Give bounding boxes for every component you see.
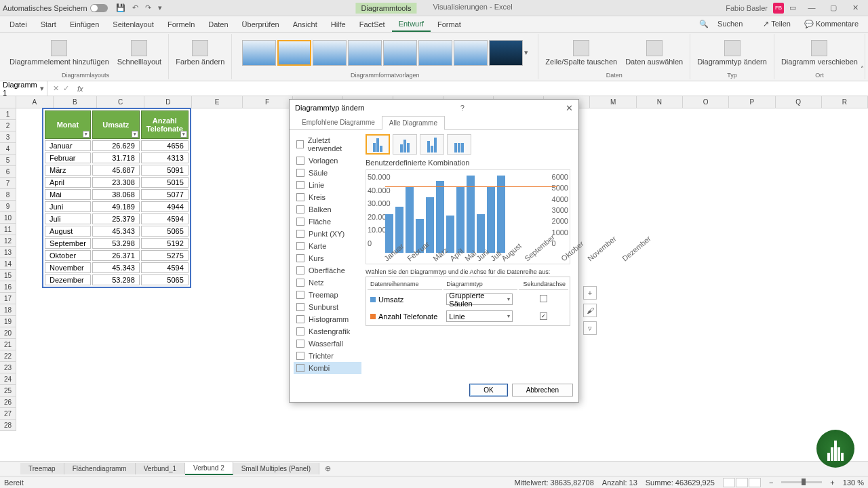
table-row[interactable]: November45.3434594 [45,262,189,273]
tab-all-charts[interactable]: Alle Diagramme [382,116,445,130]
chart-style-8[interactable] [489,40,523,66]
row-header-8[interactable]: 8 [0,189,16,201]
chart-styles-gallery[interactable]: ▾ [242,34,528,71]
zoom-in-icon[interactable]: + [830,479,834,487]
qat-more-icon[interactable]: ▾ [158,3,162,12]
search-menu[interactable]: 🔍 Suchen [692,17,756,31]
menu-formeln[interactable]: Formeln [161,18,201,31]
maximize-icon[interactable]: ▢ [823,3,844,12]
table-row[interactable]: Oktober26.3715275 [45,250,189,261]
row-header-12[interactable]: 12 [0,235,16,247]
sheet-tab-2[interactable]: Verbund_1 [136,463,185,474]
row-header-17[interactable]: 17 [0,293,16,304]
row-header-15[interactable]: 15 [0,270,16,281]
save-icon[interactable]: 💾 [116,3,125,12]
data-table[interactable]: Monat▾Umsatz▾Anzahl Telefonate▾Januar26.… [42,108,191,288]
move-chart-button[interactable]: Diagramm verschieben [778,39,861,67]
series2-type-select[interactable]: Linie▾ [446,310,513,322]
row-header-1[interactable]: 1 [0,108,16,120]
minimize-icon[interactable]: — [802,3,822,12]
row-header-18[interactable]: 18 [0,304,16,316]
row-header-13[interactable]: 13 [0,247,16,258]
subtype-1[interactable] [366,134,390,155]
menu-start[interactable]: Start [34,18,63,31]
category-treemap[interactable]: Treemap [294,289,361,301]
category-balken[interactable]: Balken [294,203,361,216]
row-header-4[interactable]: 4 [0,143,16,155]
row-header-10[interactable]: 10 [0,212,16,224]
row-header-26[interactable]: 26 [0,396,16,408]
menu-seitenlayout[interactable]: Seitenlayout [106,18,161,31]
category-sunburst[interactable]: Sunburst [294,301,361,313]
table-row[interactable]: Februar31.7184313 [45,152,189,163]
change-chart-type-button[interactable]: Diagrammtyp ändern [694,39,770,67]
chart-style-5[interactable] [383,40,417,66]
row-header-9[interactable]: 9 [0,201,16,212]
chart-styles-icon[interactable]: 🖌 [583,304,597,317]
ok-button[interactable]: OK [469,384,507,396]
chart-filter-icon[interactable]: ▿ [583,321,597,335]
table-row[interactable]: September53.2985192 [45,238,189,249]
quick-layout-button[interactable]: Schnelllayout [115,39,164,67]
autosave-toggle[interactable]: Automatisches Speichern [3,4,108,12]
zoom-level[interactable]: 130 % [843,479,864,487]
user-name[interactable]: Fabio Basler [726,4,768,12]
avatar[interactable]: FB [773,3,784,14]
chart-style-3[interactable] [313,40,347,66]
col-header-Q[interactable]: Q [776,96,822,108]
sheet-tab-4[interactable]: Small Multiples (Panel) [233,463,319,474]
collapse-ribbon-icon[interactable]: ˄ [861,65,864,73]
row-header-23[interactable]: 23 [0,362,16,373]
add-chart-element-button[interactable]: Diagrammelement hinzufügen [7,39,112,67]
col-header-E[interactable]: E [192,96,242,108]
col-header-D[interactable]: D [144,96,192,108]
table-row[interactable]: Mai38.0685077 [45,189,189,200]
category-karte[interactable]: Karte [294,240,361,252]
category-oberflche[interactable]: Oberfläche [294,264,361,277]
col-header-N[interactable]: N [637,96,683,108]
gallery-more-icon[interactable]: ▾ [524,48,528,57]
category-punktxy[interactable]: Punkt (XY) [294,228,361,240]
subtype-2[interactable] [393,134,417,155]
chart-style-6[interactable] [418,40,452,66]
col-header-M[interactable]: M [590,96,636,108]
menu-ansicht[interactable]: Ansicht [286,18,324,31]
row-header-28[interactable]: 28 [0,420,16,431]
category-sule[interactable]: Säule [294,167,361,179]
col-header-R[interactable]: R [822,96,868,108]
col-header-B[interactable]: B [54,96,97,108]
cancel-button[interactable]: Abbrechen [512,384,573,396]
ribbon-options-icon[interactable]: ▭ [789,3,796,12]
row-header-27[interactable]: 27 [0,408,16,420]
sheet-tab-1[interactable]: Flächendiagramm [64,463,136,474]
row-header-22[interactable]: 22 [0,350,16,362]
row-header-20[interactable]: 20 [0,327,16,339]
switch-row-col-button[interactable]: Zeile/Spalte tauschen [542,39,620,67]
name-box[interactable]: Diagramm 1▾ [0,81,47,96]
menu-entwurf[interactable]: Entwurf [392,17,431,32]
menu-hilfe[interactable]: Hilfe [324,18,353,31]
table-row[interactable]: März45.6875091 [45,165,189,176]
row-header-2[interactable]: 2 [0,120,16,131]
row-header-6[interactable]: 6 [0,166,16,178]
menu-datei[interactable]: Datei [3,18,34,31]
menu-comments[interactable]: 💬 Kommentare [797,17,865,31]
row-header-24[interactable]: 24 [0,373,16,385]
menu-share[interactable]: ↗ Teilen [756,17,797,31]
change-colors-button[interactable]: Farben ändern [173,39,227,67]
select-data-button[interactable]: Daten auswählen [623,39,686,67]
row-header-7[interactable]: 7 [0,178,16,189]
table-header[interactable]: Anzahl Telefonate▾ [141,110,189,139]
row-header-14[interactable]: 14 [0,258,16,270]
category-vorlagen[interactable]: Vorlagen [294,155,361,167]
series1-type-select[interactable]: Gruppierte Säulen▾ [446,293,513,305]
table-row[interactable]: April23.3085015 [45,177,189,188]
redo-icon[interactable]: ↷ [145,3,151,12]
table-row[interactable]: Januar26.6294656 [45,140,189,151]
table-row[interactable]: Juni49.1894944 [45,201,189,212]
row-header-5[interactable]: 5 [0,155,16,166]
cancel-formula-icon[interactable]: ✕ [53,84,59,93]
fx-icon[interactable]: fx [75,85,86,93]
chart-elements-icon[interactable]: + [583,286,597,300]
table-header[interactable]: Umsatz▾ [92,110,140,139]
